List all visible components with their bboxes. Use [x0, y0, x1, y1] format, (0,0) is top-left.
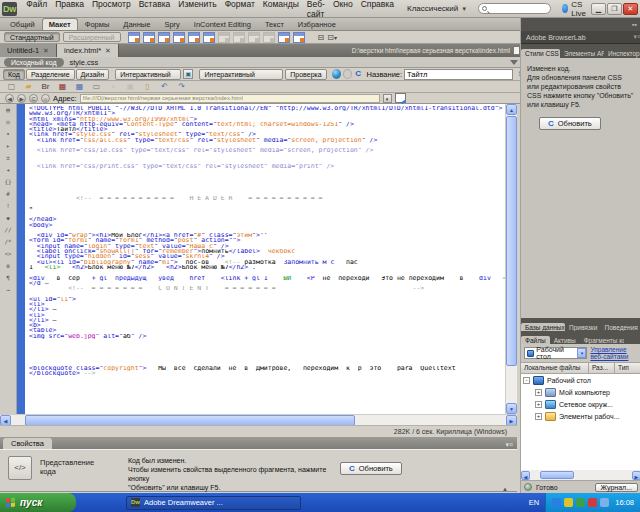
workspace-switcher[interactable]: Классический ▼ [407, 4, 467, 13]
draw-ap-div-icon[interactable] [143, 32, 155, 43]
forward-icon[interactable]: ▶ [17, 94, 26, 103]
column-type[interactable]: Тип [615, 363, 639, 373]
open-folder-icon[interactable]: ▰ [22, 81, 35, 92]
spry-tabbed-panels-icon[interactable] [173, 32, 185, 43]
tree-row[interactable]: +Элементы рабоч... [521, 410, 640, 422]
files-scroll-thumb[interactable] [540, 471, 574, 479]
recent-snippets-icon[interactable]: ≡ [6, 263, 10, 269]
address-input[interactable] [80, 94, 380, 103]
frames-menu-icon[interactable]: ⊡▾ [327, 33, 337, 42]
view-button[interactable]: Дизайн [76, 69, 110, 80]
home-icon[interactable]: ⌂ [41, 94, 50, 103]
frames-dropdown-icon[interactable] [293, 32, 305, 43]
balance-braces-icon[interactable]: {} [4, 179, 11, 185]
insert-tab[interactable]: Избранное [291, 18, 343, 30]
collapse-selection-icon[interactable]: ▸ [6, 143, 10, 149]
open-documents-icon[interactable]: ▤ [6, 107, 10, 113]
site-select[interactable]: Рабочий стол ▾ [524, 347, 587, 359]
highlight-invalid-code-icon[interactable]: ! [6, 203, 10, 209]
print-code-icon[interactable]: ▭ [90, 81, 103, 92]
refresh-icon[interactable]: C [29, 94, 38, 103]
spry-menu-bar-icon[interactable] [158, 32, 170, 43]
column-local-files[interactable]: Локальные файлы [521, 363, 589, 373]
browse-in-bridge-icon[interactable]: Br [39, 81, 52, 92]
tree-expander-icon[interactable]: + [535, 389, 542, 396]
view-button[interactable]: Разделение [26, 69, 75, 80]
indent-code-icon[interactable]: → [6, 287, 10, 293]
insert-tab[interactable]: Общий [3, 18, 42, 30]
scroll-right-icon[interactable]: ▶ [632, 471, 640, 480]
wrap-tag-icon[interactable]: <> [4, 251, 11, 257]
css-panel-tab[interactable]: Элементы AP [560, 49, 604, 58]
syntax-error-alerts-icon[interactable]: ◆ [6, 215, 10, 221]
tree-expander-icon[interactable]: + [535, 413, 542, 420]
remove-comment-icon[interactable]: /* [4, 239, 11, 245]
properties-tab[interactable]: Свойства [3, 438, 52, 449]
refresh-button[interactable]: C Обновить [340, 462, 402, 475]
document-tab[interactable]: index.html*✕ [57, 44, 119, 57]
restore-button[interactable]: ❐ [607, 3, 622, 15]
view-button[interactable]: Код [3, 69, 25, 80]
css-panel-tab[interactable]: Стили CSS [521, 49, 560, 58]
vertical-scroll-thumb[interactable] [506, 116, 517, 366]
source-code-button[interactable]: Исходный код [4, 58, 64, 67]
insert-div-tag-icon[interactable] [128, 32, 140, 43]
save-icon[interactable]: ▦ [56, 81, 69, 92]
cs-live-button[interactable]: CS Live [562, 0, 590, 18]
close-tab-icon[interactable]: ✕ [43, 47, 49, 55]
scroll-up-icon[interactable]: ▲ [506, 104, 517, 115]
insert-tab[interactable]: Формы [78, 18, 117, 30]
undo-icon[interactable]: ↶ [158, 81, 171, 92]
new-document-icon[interactable]: ▢ [5, 81, 18, 92]
back-icon[interactable]: ◀ [5, 94, 14, 103]
expand-all-icon[interactable]: ± [6, 155, 10, 161]
log-button[interactable]: Журнал... [595, 483, 638, 492]
preview-browser-icon[interactable] [332, 69, 341, 79]
search-input[interactable] [487, 4, 547, 13]
css-panel-tab[interactable]: Инспектор [604, 49, 640, 58]
refresh-view-icon[interactable]: C [354, 69, 363, 79]
document-title-input[interactable] [404, 69, 513, 80]
network-status-icon[interactable] [600, 498, 609, 507]
address-dropdown-icon[interactable]: ▾ [383, 94, 392, 103]
page-edit-icon[interactable] [395, 93, 406, 103]
tree-row[interactable]: -Рабочий стол [521, 374, 640, 386]
save-all-icon[interactable]: ▦ [73, 81, 86, 92]
update-shield-icon[interactable] [576, 498, 585, 507]
taskbar-item-dreamweaver[interactable]: Dw Adobe Dreamweaver ... [126, 496, 301, 510]
antivirus-icon[interactable] [588, 498, 597, 507]
spry-accordion-icon[interactable] [188, 32, 200, 43]
language-indicator[interactable]: EN [523, 498, 545, 507]
manage-sites-link[interactable]: Управление веб-сайтами [590, 346, 638, 360]
close-button[interactable]: ✕ [623, 3, 638, 15]
start-button[interactable]: пуск [0, 493, 76, 512]
code-lines[interactable]: <!DOCTYPE html PUBLIC "-//W3C//DTD XHTML… [25, 104, 505, 414]
live-view-icon[interactable]: ▣ [183, 69, 193, 79]
insert-tab[interactable]: Данные [116, 18, 157, 30]
inspect-button[interactable]: Проверка [285, 69, 326, 80]
live-view-button[interactable]: Интерактивный просмотр [199, 69, 283, 80]
clock[interactable]: 16:08 [615, 498, 634, 507]
insert-tab[interactable]: Spry [157, 18, 186, 30]
column-size[interactable]: Раз... [589, 363, 615, 373]
tree-expander-icon[interactable]: + [535, 401, 542, 408]
insert-tab[interactable]: InContext Editing [187, 18, 258, 30]
volume-icon[interactable] [564, 498, 573, 507]
panel-menu-icon[interactable]: ▾≡ [505, 441, 513, 449]
css-refresh-button[interactable]: C Обновить [539, 117, 601, 130]
redo-icon[interactable]: ↷ [175, 81, 188, 92]
document-tab[interactable]: Untitled-1✕ [0, 44, 57, 57]
related-file-stylecss[interactable]: style.css [70, 58, 99, 67]
frame-icon[interactable] [278, 32, 290, 43]
collapse-full-tag-icon[interactable]: ▾ [6, 131, 10, 137]
insert-tab[interactable]: Текст [258, 18, 291, 30]
scroll-down-icon[interactable]: ▼ [506, 403, 517, 414]
collapse-to-icons-icon[interactable]: ▪▪ [632, 21, 637, 28]
live-code-button[interactable]: Интерактивный код [115, 69, 181, 80]
show-code-navigator-icon[interactable]: ◎ [6, 119, 10, 125]
scroll-left-icon[interactable]: ◀ [521, 471, 530, 480]
move-css-icon[interactable]: ¶ [6, 275, 10, 281]
insert-tab[interactable]: Макет [42, 18, 78, 30]
filter-icon[interactable] [510, 60, 518, 65]
horizontal-scrollbar[interactable]: ◀ ▶ [0, 414, 517, 425]
